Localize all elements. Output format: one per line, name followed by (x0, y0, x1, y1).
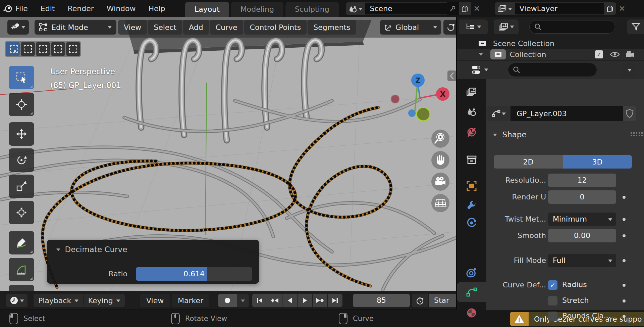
pan-button[interactable] (431, 151, 449, 169)
animate-decorator[interactable] (623, 218, 626, 221)
previous-keyframe-button[interactable] (267, 294, 282, 307)
disable-render-camera-icon[interactable] (625, 50, 635, 58)
new-scene-button[interactable] (459, 2, 471, 15)
tab-particles[interactable] (457, 214, 486, 232)
toggle-3d-button[interactable]: 3D (563, 155, 632, 169)
outliner-filter-button[interactable] (627, 19, 644, 34)
outliner-row-collection[interactable]: ▼ Collection ✓ (457, 49, 644, 60)
smooth-field[interactable]: 0.00 (548, 229, 616, 242)
timeline-editor-type-button[interactable]: ▼ (6, 294, 28, 307)
tab-modifiers[interactable] (457, 196, 486, 215)
tab-view-layer[interactable] (457, 83, 486, 101)
gizmo-axis-neg-x[interactable] (391, 95, 399, 103)
datablock-name-field[interactable]: GP_Layer.003 (511, 106, 623, 121)
grid-view-button[interactable] (431, 194, 449, 212)
render-u-field[interactable]: 0 (548, 190, 616, 204)
workspace-tab-layout[interactable]: Layout (185, 2, 229, 17)
use-preview-range-button[interactable] (412, 294, 428, 307)
disclosure-triangle-icon[interactable]: ▼ (479, 52, 483, 57)
jump-to-end-button[interactable] (328, 294, 342, 307)
mode-dropdown[interactable]: Edit Mode ▼ (35, 20, 116, 35)
viewlayer-datablock-button[interactable]: ▼ (495, 2, 515, 15)
menu-view[interactable]: View (118, 20, 147, 35)
jump-to-start-button[interactable] (252, 294, 267, 307)
tab-collection[interactable] (457, 150, 486, 169)
current-frame-field[interactable]: 85 (353, 294, 410, 307)
outliner-row-scene-collection[interactable]: Scene Collection (457, 38, 644, 49)
blender-logo-icon[interactable] (3, 4, 13, 13)
properties-editor-type-button[interactable]: ▼ (467, 62, 492, 77)
tool-transform[interactable] (9, 201, 34, 224)
animate-decorator[interactable] (623, 284, 626, 287)
select-mode-subtract[interactable] (36, 42, 50, 56)
panel-drag-dots-icon[interactable] (631, 132, 643, 138)
stretch-checkbox[interactable] (548, 296, 557, 306)
menu-file[interactable]: File (15, 4, 28, 13)
tool-move[interactable] (9, 122, 34, 146)
menu-curve[interactable]: Curve (210, 20, 243, 35)
resolution-field[interactable]: 12 (548, 174, 616, 187)
menu-segments[interactable]: Segments (308, 20, 356, 35)
animate-decorator[interactable] (623, 299, 626, 302)
scene-name-field[interactable]: Scene (365, 2, 447, 15)
next-keyframe-button[interactable] (313, 294, 327, 307)
menu-add[interactable]: Add (183, 20, 209, 35)
properties-options-button[interactable]: ▼ (622, 64, 637, 77)
curve-datablock-button[interactable]: ▼ (487, 106, 511, 121)
scene-datablock-button[interactable]: ▼ (346, 2, 365, 15)
animate-decorator[interactable] (623, 196, 626, 199)
toggle-2d-button[interactable]: 2D (494, 155, 563, 169)
bounds-clamp-checkbox[interactable] (548, 312, 557, 321)
workspace-tab-sculpting[interactable]: Sculpting (285, 2, 339, 17)
pin-scene-button[interactable] (447, 2, 459, 15)
unlink-scene-button[interactable]: ✕ (471, 2, 483, 15)
new-viewlayer-button[interactable] (604, 2, 616, 15)
tool-annotate[interactable] (9, 231, 34, 254)
zoom-button[interactable] (431, 130, 449, 148)
menu-select[interactable]: Select (148, 20, 182, 35)
select-mode-new[interactable] (6, 42, 20, 56)
remove-viewlayer-button[interactable]: ✕ (616, 2, 628, 15)
tab-physics[interactable] (457, 263, 486, 282)
twist-method-dropdown[interactable]: Minimum▼ (548, 213, 616, 226)
hide-eye-icon[interactable] (610, 51, 620, 58)
radius-checkbox[interactable]: ✓ (548, 280, 557, 290)
tool-measure[interactable] (9, 258, 34, 281)
menu-playback[interactable]: Playback▼ (34, 296, 83, 305)
decimate-curve-panel[interactable]: ▼ Decimate Curve Ratio 0.614 (47, 240, 259, 284)
tab-object[interactable] (457, 177, 486, 195)
properties-search-input[interactable] (508, 63, 597, 77)
play-reverse-button[interactable] (282, 294, 297, 307)
sidebar-collapse-button[interactable] (447, 71, 456, 81)
menu-marker[interactable]: Marker (172, 294, 209, 307)
menu-render[interactable]: Render (67, 4, 94, 13)
proportional-editing-button[interactable] (443, 20, 456, 35)
menu-keying[interactable]: Keying▼ (84, 296, 125, 305)
tab-curve-data[interactable] (457, 282, 486, 302)
outliner-search-input[interactable] (529, 20, 615, 34)
tool-rotate[interactable] (9, 148, 34, 172)
outliner-editor-type-button[interactable]: ▼ (459, 19, 488, 34)
fake-user-shield-button[interactable] (623, 106, 636, 121)
menu-control-points[interactable]: Control Points (244, 20, 307, 35)
menu-window[interactable]: Window (107, 4, 136, 13)
tool-cursor[interactable] (9, 93, 34, 116)
3d-viewport[interactable]: Z X (0, 17, 456, 291)
menu-help[interactable]: Help (149, 4, 165, 13)
keying-set-dropdown[interactable]: ▼ (237, 294, 249, 307)
animate-decorator[interactable] (623, 234, 626, 237)
workspace-tab-modeling[interactable]: Modeling (231, 2, 283, 17)
editor-type-button[interactable]: ▼ (7, 20, 29, 35)
tool-extra-partial[interactable] (9, 285, 34, 291)
play-button[interactable] (298, 294, 312, 307)
gizmo-axis-neg-y[interactable] (417, 107, 430, 121)
select-mode-intersect[interactable] (66, 42, 80, 56)
shape-panel-header[interactable]: ▼ Shape (493, 130, 527, 139)
tool-select-box[interactable] (9, 66, 34, 89)
tab-world[interactable] (457, 123, 486, 142)
select-mode-extend[interactable] (21, 42, 35, 56)
camera-view-button[interactable] (431, 173, 449, 191)
tab-material[interactable] (457, 303, 486, 322)
menu-edit[interactable]: Edit (41, 4, 55, 13)
menu-timeline-view[interactable]: View (140, 294, 170, 307)
